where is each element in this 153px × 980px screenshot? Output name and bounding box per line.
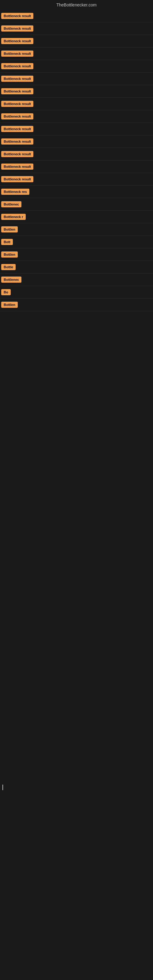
bottleneck-badge[interactable]: Bottleneck result: [1, 164, 33, 170]
list-item: Bottleneck result: [0, 35, 153, 48]
bottleneck-badge[interactable]: Bottleneck result: [1, 138, 33, 145]
list-item: Bottleneck result: [0, 98, 153, 110]
bottleneck-badge[interactable]: Bottleneck result: [1, 25, 33, 32]
site-title: TheBottlenecker.com: [0, 0, 153, 10]
list-item: Bottleneck result: [0, 173, 153, 186]
cursor-line: [2, 784, 3, 790]
list-item: Bottlen: [0, 248, 153, 261]
list-item: Bottle: [0, 261, 153, 274]
bottleneck-badge[interactable]: Bottleneck result: [1, 13, 33, 19]
list-item: Bottleneck result: [0, 73, 153, 85]
list-item: Bottleneck result: [0, 161, 153, 173]
bottleneck-badge[interactable]: Bottleneck result: [1, 51, 33, 57]
bottleneck-badge[interactable]: Bottleneck res: [1, 189, 29, 195]
list-item: Bottleneck result: [0, 48, 153, 60]
bottleneck-badge[interactable]: Bottleneck result: [1, 126, 33, 132]
bottleneck-badge[interactable]: Bott: [1, 239, 13, 245]
list-item: Bottleneck result: [0, 60, 153, 73]
bottleneck-badge[interactable]: Bottlenec: [1, 201, 21, 207]
list-item: Bottlen: [0, 223, 153, 236]
bottleneck-badge[interactable]: Bottleneck result: [1, 176, 33, 182]
bottleneck-badge[interactable]: Bottlen: [1, 302, 18, 308]
bottleneck-badge[interactable]: Bottleneck result: [1, 88, 33, 94]
list-item: Bottlenec: [0, 198, 153, 211]
site-title-bar: TheBottlenecker.com: [0, 0, 153, 10]
list-item: Bo: [0, 286, 153, 299]
bottleneck-badge[interactable]: Bottleneck result: [1, 76, 33, 82]
list-item: Bottleneck result: [0, 10, 153, 22]
list-item: Bottleneck result: [0, 22, 153, 35]
bottleneck-badge[interactable]: Bottlen: [1, 226, 18, 232]
bottleneck-badge[interactable]: Bottleneck result: [1, 151, 33, 157]
bottleneck-badge[interactable]: Bottleneck result: [1, 101, 33, 107]
items-list: Bottleneck resultBottleneck resultBottle…: [0, 10, 153, 311]
bottleneck-badge[interactable]: Bottleneck result: [1, 38, 33, 44]
bottleneck-badge[interactable]: Bo: [1, 289, 11, 295]
list-item: Bottleneck result: [0, 110, 153, 123]
list-item: Bottleneck r: [0, 211, 153, 223]
bottleneck-badge[interactable]: Bottlenec: [1, 277, 21, 283]
bottleneck-badge[interactable]: Bottlen: [1, 251, 18, 258]
list-item: Bottleneck result: [0, 123, 153, 135]
bottleneck-badge[interactable]: Bottleneck result: [1, 63, 33, 69]
list-item: Bottlenec: [0, 274, 153, 286]
bottleneck-badge[interactable]: Bottle: [1, 264, 16, 270]
list-item: Bott: [0, 236, 153, 248]
list-item: Bottleneck result: [0, 85, 153, 98]
list-item: Bottleneck res: [0, 186, 153, 198]
list-item: Bottlen: [0, 299, 153, 311]
list-item: Bottleneck result: [0, 135, 153, 148]
list-item: Bottleneck result: [0, 148, 153, 161]
bottleneck-badge[interactable]: Bottleneck result: [1, 113, 33, 119]
bottleneck-badge[interactable]: Bottleneck r: [1, 214, 26, 220]
